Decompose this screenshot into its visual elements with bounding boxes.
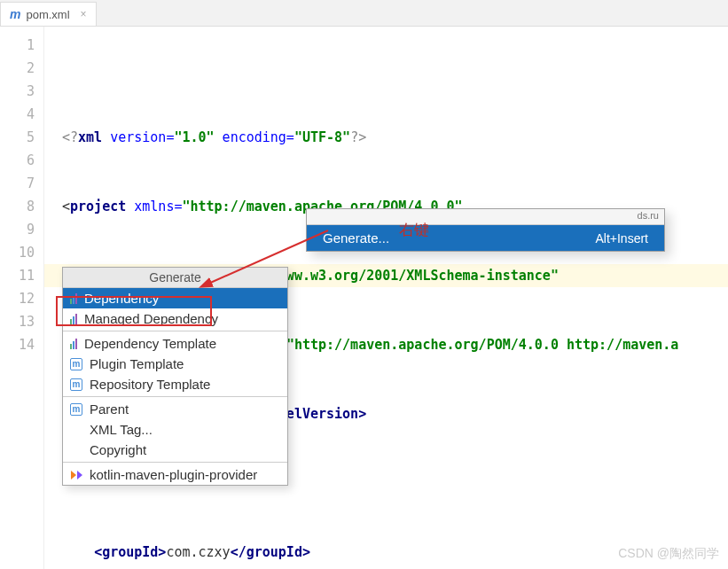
generate-item-xml-tag-[interactable]: XML Tag... bbox=[63, 419, 287, 440]
line-number: 9 bbox=[0, 218, 35, 241]
generate-item-label: Parent bbox=[90, 401, 129, 417]
generate-item-plugin-template[interactable]: mPlugin Template bbox=[63, 354, 287, 374]
line-number: 13 bbox=[0, 310, 35, 333]
annotation-right-click: 右键 bbox=[399, 220, 429, 240]
line-number: 14 bbox=[0, 333, 35, 356]
line-number: 8 bbox=[0, 195, 35, 218]
menu-separator bbox=[63, 331, 287, 331]
context-menu-header: ds.ru bbox=[307, 209, 664, 225]
line-number: 6 bbox=[0, 149, 35, 172]
tab-filename: pom.xml bbox=[26, 8, 69, 21]
line-number: 7 bbox=[0, 172, 35, 195]
line-number: 1 bbox=[0, 34, 35, 57]
generate-menu-title: Generate bbox=[63, 268, 287, 288]
menu-separator bbox=[63, 396, 287, 397]
line-number: 12 bbox=[0, 287, 35, 310]
line-number: 5 bbox=[0, 126, 35, 149]
context-menu: ds.ru Generate... Alt+Insert bbox=[306, 208, 665, 252]
generate-item-label: XML Tag... bbox=[90, 422, 153, 437]
generate-item-kotlin-maven-plugin-provider[interactable]: kotlin-maven-plugin-provider bbox=[63, 464, 287, 485]
tab-bar: m pom.xml × bbox=[0, 0, 728, 27]
bars-icon bbox=[70, 339, 77, 349]
generate-menu: Generate DependencyManaged DependencyDep… bbox=[62, 267, 288, 486]
bars-icon bbox=[70, 314, 77, 324]
context-menu-shortcut: Alt+Insert bbox=[595, 231, 648, 246]
line-gutter: 1234567891011121314 bbox=[0, 27, 44, 569]
kotlin-icon bbox=[70, 469, 82, 481]
generate-item-copyright[interactable]: Copyright bbox=[63, 440, 287, 460]
maven-icon: m bbox=[10, 7, 20, 21]
generate-item-dependency-template[interactable]: Dependency Template bbox=[63, 333, 287, 354]
generate-item-parent[interactable]: mParent bbox=[63, 399, 287, 419]
generate-item-dependency[interactable]: Dependency bbox=[63, 288, 287, 308]
generate-item-label: Repository Template bbox=[90, 377, 210, 392]
generate-item-label: Plugin Template bbox=[90, 356, 184, 371]
line-number: 10 bbox=[0, 241, 35, 264]
line-number: 4 bbox=[0, 103, 35, 126]
line-number: 11 bbox=[0, 264, 35, 287]
file-tab-pom[interactable]: m pom.xml × bbox=[0, 2, 97, 26]
line-number: 2 bbox=[0, 57, 35, 80]
generate-item-managed-dependency[interactable]: Managed Dependency bbox=[63, 308, 287, 329]
maven-icon: m bbox=[70, 378, 82, 391]
generate-item-label: Copyright bbox=[90, 442, 146, 457]
generate-item-repository-template[interactable]: mRepository Template bbox=[63, 374, 287, 394]
bars-icon bbox=[70, 293, 77, 304]
generate-item-label: kotlin-maven-plugin-provider bbox=[90, 467, 257, 482]
maven-icon: m bbox=[70, 403, 82, 416]
generate-item-label: Dependency Template bbox=[84, 336, 216, 351]
line-number: 3 bbox=[0, 80, 35, 103]
context-menu-label: Generate... bbox=[323, 230, 389, 246]
generate-item-label: Managed Dependency bbox=[84, 311, 218, 326]
context-menu-item-generate[interactable]: Generate... Alt+Insert bbox=[307, 225, 664, 251]
maven-icon: m bbox=[70, 358, 82, 370]
menu-separator bbox=[63, 462, 287, 463]
generate-item-label: Dependency bbox=[84, 291, 159, 306]
close-icon[interactable]: × bbox=[81, 8, 87, 20]
